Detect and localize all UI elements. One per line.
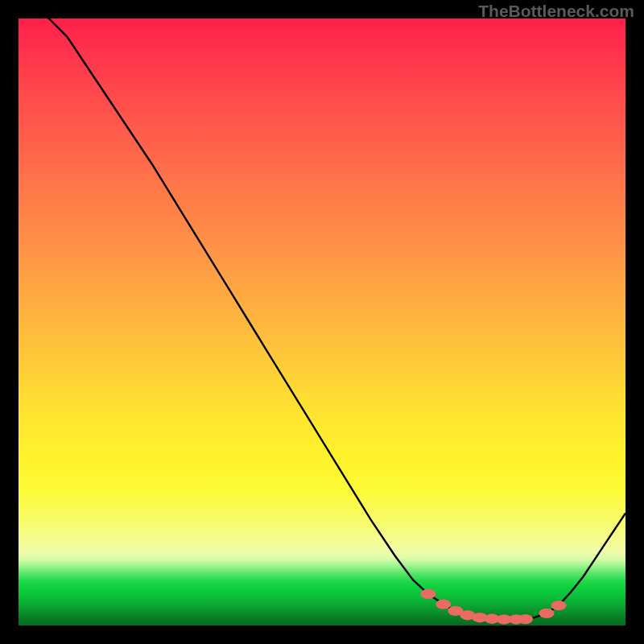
watermark-text: TheBottleneck.com — [478, 2, 634, 21]
curve-marker — [539, 609, 554, 618]
curve-marker — [518, 614, 533, 624]
curve-marker — [551, 601, 567, 610]
curve-line — [19, 19, 625, 619]
curve-marker — [436, 599, 451, 609]
bottleneck-curve-chart — [19, 19, 625, 625]
curve-marker — [420, 589, 436, 599]
marker-group — [420, 589, 566, 625]
